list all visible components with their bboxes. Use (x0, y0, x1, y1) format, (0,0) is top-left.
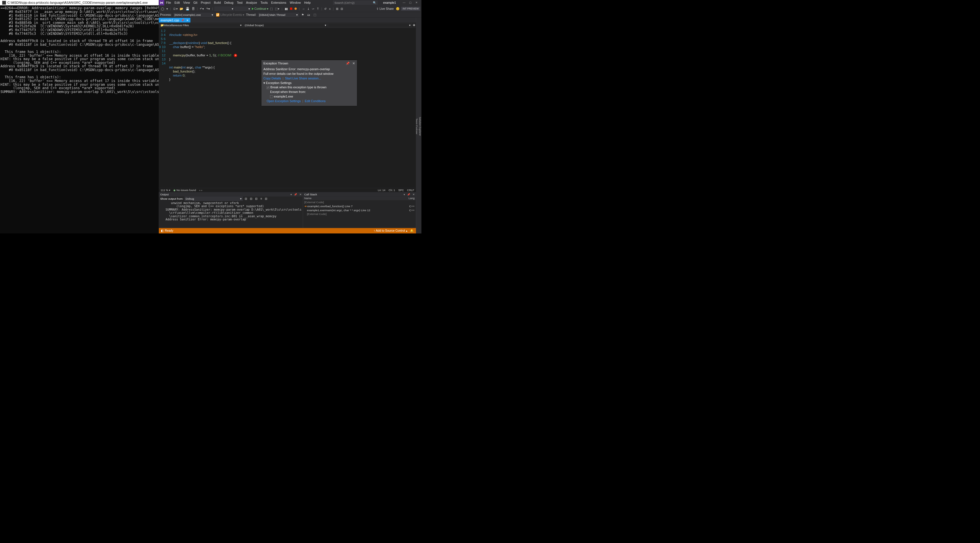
save-all-icon[interactable]: 🗄 (191, 6, 195, 11)
open-icon[interactable]: 📂 (179, 6, 184, 11)
out-icon-2[interactable]: ⊟ (249, 197, 253, 201)
tab-close-icon[interactable]: ✕ (186, 18, 189, 22)
output-panel: Output ▾📌✕ Show output from: Debug▾ ⊟ ⊟ … (159, 192, 303, 228)
menu-debug[interactable]: Debug (223, 1, 235, 4)
feedback-icon[interactable]: 😊 (395, 6, 401, 11)
callstack-hdr-lang[interactable]: Lang (409, 197, 415, 200)
exception-settings-header[interactable]: ▾ Exception Settings (263, 81, 355, 84)
live-share-icon[interactable]: ⇪ Live Share (375, 6, 395, 11)
notifications-icon[interactable]: 🔔 (410, 229, 414, 232)
call-stack-panel: Call Stack ▾📌✕ Name Lang [External Code]… (303, 192, 416, 228)
zoom-combo[interactable]: 111 % ▾ (161, 189, 170, 192)
panel-close-icon[interactable]: ✕ (299, 193, 301, 196)
tb-icon-d[interactable]: ⊟ (340, 6, 344, 11)
step-into-icon[interactable]: ⤓ (306, 6, 310, 11)
tb-icon-e[interactable]: ⬚ (313, 13, 317, 17)
break-checkbox[interactable]: ✓ (267, 86, 269, 89)
error-glyph-icon[interactable]: ✕ (234, 54, 237, 57)
nav-fwd-icon[interactable]: ▾ (165, 6, 169, 11)
step-out-icon[interactable]: ⤒ (316, 6, 320, 11)
out-icon-1[interactable]: ⊟ (244, 197, 248, 201)
callstack-row[interactable]: [External Code] (303, 200, 416, 204)
code-editor[interactable]: 1 2 3 4 5 6 7 8 9 10 11 12 13 14 #includ… (159, 28, 416, 188)
lifecycle-events[interactable]: 🔁 Lifecycle Events ▾ (216, 13, 244, 16)
output-text[interactable]: unwind mechanism, swapcontext or vfork (… (159, 201, 302, 228)
continue-button[interactable]: Continue ▾ (252, 7, 269, 10)
vs-logo-icon[interactable]: ⋈ (159, 0, 164, 5)
start-live-share-link[interactable]: Start Live Share session... (285, 76, 321, 80)
search-box[interactable]: Search (Ctrl+Q) 🔍 (333, 1, 378, 5)
nav-func-combo[interactable]: ▾ (328, 23, 412, 27)
config-combo[interactable]: ▾ (215, 6, 234, 11)
nav-member-combo[interactable]: (Global Scope)▾ (243, 23, 327, 27)
undo-icon[interactable]: ↶▾ (199, 6, 205, 11)
issues-indicator[interactable]: ◉ No issues found (173, 189, 196, 192)
edit-conditions-link[interactable]: Edit Conditions (305, 99, 325, 103)
menu-project[interactable]: Project (199, 1, 212, 4)
code-content[interactable]: #include <string.h> __declspec(noinline)… (167, 28, 416, 188)
tb-icon-1[interactable]: ⬚ (269, 6, 274, 11)
nav-scope-combo[interactable]: 📁 Miscellaneous Files▾ (159, 23, 243, 27)
menu-help[interactable]: Help (302, 1, 312, 4)
step-over-icon[interactable]: ⤻ (311, 6, 315, 11)
indent-mode[interactable]: SPC (398, 189, 404, 192)
platform-combo[interactable]: ▾ (235, 6, 251, 11)
line-ending[interactable]: CRLF (407, 189, 414, 192)
add-source-control[interactable]: ↑ Add to Source Control ▴ (374, 229, 407, 232)
nav-back-icon[interactable]: ◯ (160, 6, 165, 11)
thread-combo[interactable]: [33644] Main Thread▾ (258, 13, 299, 17)
except-exe-checkbox[interactable] (270, 95, 273, 98)
show-next-icon[interactable]: → (301, 6, 305, 11)
panel-menu-icon[interactable]: ▾ (291, 193, 292, 196)
menu-window[interactable]: Window (288, 1, 302, 4)
out-clear-icon[interactable]: ⊟ (264, 197, 268, 201)
pause-icon[interactable]: ▮▮ (284, 6, 288, 11)
output-source-combo[interactable]: Debug▾ (185, 197, 243, 201)
panel-pin-icon[interactable]: 📌 (294, 193, 297, 196)
tb-icon-a[interactable]: ↺ (324, 6, 328, 11)
copy-details-link[interactable]: Copy Details (263, 76, 281, 80)
tb-icon-b[interactable]: ⎌ (328, 6, 331, 11)
process-combo[interactable]: [8264] example1.exe▾ (173, 13, 214, 17)
cs-pin-icon[interactable]: 📌 (407, 193, 410, 196)
restart-icon[interactable] (294, 8, 297, 10)
menu-edit[interactable]: Edit (173, 1, 182, 4)
popup-pin-icon[interactable]: 📌 (346, 62, 350, 65)
menu-build[interactable]: Build (212, 1, 223, 4)
flag-icon[interactable]: ⚑ (301, 13, 305, 17)
pin-icon[interactable]: 📌 (181, 18, 185, 22)
document-tab[interactable]: example1 (380, 0, 399, 5)
cs-close-icon[interactable]: ✕ (412, 193, 415, 196)
console-title-bar[interactable]: C:\MSDN\cpp-docs-pr\docs\c-language\ASAN… (0, 0, 159, 5)
stack-frame-icon[interactable]: 🗂 (307, 13, 311, 17)
callstack-row[interactable]: [External Code] (303, 212, 416, 216)
menu-test[interactable]: Test (235, 1, 244, 4)
maximize-icon[interactable]: ▢ (409, 1, 412, 4)
solution-explorer-tab[interactable]: Solution Explorer (418, 117, 422, 135)
redo-icon[interactable]: ↷▾ (205, 6, 211, 11)
tb-icon-2[interactable]: ⬚▾ (274, 6, 280, 11)
tb-icon-c[interactable]: ⊞ (335, 6, 339, 11)
save-icon[interactable]: 💾 (185, 6, 190, 11)
new-icon[interactable]: 🗋▾ (172, 6, 178, 11)
console-icon (2, 1, 6, 5)
callstack-hdr-name[interactable]: Name (304, 197, 312, 200)
menu-file[interactable]: File (164, 1, 173, 4)
stop-icon[interactable] (290, 8, 292, 10)
open-exception-settings-link[interactable]: Open Exception Settings (267, 99, 301, 103)
minimize-icon[interactable]: — (403, 1, 406, 4)
menu-analyze[interactable]: Analyze (244, 1, 259, 4)
popup-close-icon[interactable]: ✕ (352, 62, 355, 65)
menu-extensions[interactable]: Extensions (269, 1, 288, 4)
menu-tools[interactable]: Tools (259, 1, 269, 4)
callstack-row[interactable]: ➜example1.exe!bad_function() Line 7C++ (303, 204, 416, 208)
out-wrap-icon[interactable]: ≡ (260, 197, 263, 201)
split-icon[interactable]: ✚ (412, 23, 416, 27)
menu-git[interactable]: Git (192, 1, 199, 4)
out-icon-3[interactable]: ⊟ (255, 197, 259, 201)
file-tab-active[interactable]: example1.cpp 📌 ✕ (159, 18, 191, 22)
cs-menu-icon[interactable]: ▾ (404, 193, 405, 196)
close-icon[interactable]: ✕ (415, 1, 418, 4)
callstack-row[interactable]: example1.exe!main(int argc, char * * arg… (303, 208, 416, 212)
menu-view[interactable]: View (182, 1, 192, 4)
